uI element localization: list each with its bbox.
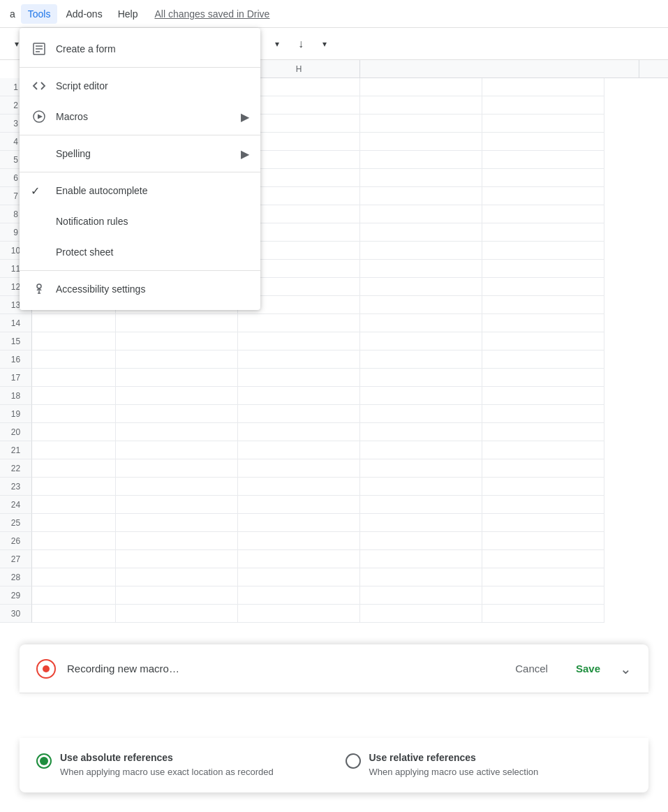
cell[interactable] [116, 550, 238, 568]
cell[interactable] [482, 605, 604, 623]
cell[interactable] [482, 514, 604, 532]
cell[interactable] [238, 496, 360, 514]
cell[interactable] [238, 459, 360, 478]
cell[interactable] [360, 387, 482, 405]
cell[interactable] [32, 568, 116, 586]
menu-item-autocomplete[interactable]: ✓Enable autocomplete [20, 175, 260, 206]
cell[interactable] [482, 296, 604, 314]
cell[interactable] [482, 478, 604, 496]
cell[interactable] [360, 78, 482, 96]
cell[interactable] [238, 478, 360, 496]
cell[interactable] [360, 496, 482, 514]
cell[interactable] [360, 514, 482, 532]
cell[interactable] [482, 205, 604, 223]
cell[interactable] [238, 532, 360, 550]
cell[interactable] [360, 369, 482, 387]
cell[interactable] [482, 115, 604, 133]
cell[interactable] [360, 115, 482, 133]
cell[interactable] [116, 532, 238, 550]
cell[interactable] [32, 369, 116, 387]
cell[interactable] [32, 459, 116, 478]
cell[interactable] [238, 314, 360, 332]
macro-option-relative[interactable]: Use relative referencesWhen applying mac… [346, 752, 632, 778]
cell[interactable] [360, 423, 482, 441]
cell[interactable] [360, 133, 482, 151]
cell[interactable] [482, 387, 604, 405]
cell[interactable] [116, 387, 238, 405]
cell[interactable] [116, 605, 238, 623]
valign-dropdown[interactable]: ▾ [313, 33, 336, 55]
addons-menu[interactable]: Add-ons [59, 4, 109, 24]
cell[interactable] [360, 350, 482, 369]
cell[interactable] [360, 586, 482, 605]
cell[interactable] [116, 405, 238, 423]
cell[interactable] [482, 405, 604, 423]
cell[interactable] [482, 223, 604, 242]
cell[interactable] [32, 387, 116, 405]
cell[interactable] [238, 514, 360, 532]
cell[interactable] [482, 532, 604, 550]
cell[interactable] [238, 441, 360, 459]
menu-item-spelling[interactable]: Spelling▶ [20, 138, 260, 169]
menu-item-create-form[interactable]: Create a form [20, 34, 260, 64]
cell[interactable] [116, 332, 238, 350]
cell[interactable] [482, 78, 604, 96]
radio-absolute[interactable] [36, 753, 52, 769]
radio-relative[interactable] [346, 753, 361, 769]
cell[interactable] [360, 532, 482, 550]
cell[interactable] [116, 478, 238, 496]
cell[interactable] [32, 405, 116, 423]
cell[interactable] [482, 350, 604, 369]
cell[interactable] [482, 96, 604, 115]
cell[interactable] [238, 586, 360, 605]
cell[interactable] [116, 459, 238, 478]
cell[interactable] [482, 441, 604, 459]
cell[interactable] [32, 478, 116, 496]
macro-option-absolute[interactable]: Use absolute referencesWhen applying mac… [36, 752, 323, 778]
help-menu[interactable]: Help [111, 4, 145, 24]
menu-item-notification-rules[interactable]: Notification rules [20, 206, 260, 237]
cell[interactable] [32, 332, 116, 350]
cell[interactable] [360, 151, 482, 169]
cell[interactable] [482, 332, 604, 350]
cell[interactable] [482, 423, 604, 441]
cell[interactable] [360, 296, 482, 314]
cell[interactable] [482, 459, 604, 478]
cell[interactable] [238, 405, 360, 423]
cell[interactable] [360, 314, 482, 332]
menu-item-protect-sheet[interactable]: Protect sheet [20, 237, 260, 267]
cell[interactable] [482, 568, 604, 586]
cell[interactable] [482, 260, 604, 278]
cell[interactable] [238, 550, 360, 568]
valign-button[interactable]: ↓ [290, 33, 312, 55]
cell[interactable] [360, 478, 482, 496]
cell[interactable] [32, 550, 116, 568]
cell[interactable] [238, 423, 360, 441]
cell[interactable] [482, 369, 604, 387]
cell[interactable] [360, 169, 482, 187]
cell[interactable] [116, 441, 238, 459]
cell[interactable] [116, 314, 238, 332]
cell[interactable] [32, 532, 116, 550]
cell[interactable] [482, 133, 604, 151]
cell[interactable] [360, 332, 482, 350]
cell[interactable] [482, 550, 604, 568]
macro-chevron-icon[interactable]: ⌄ [620, 660, 632, 677]
cell[interactable] [360, 550, 482, 568]
cell[interactable] [116, 369, 238, 387]
cell[interactable] [116, 496, 238, 514]
cell[interactable] [360, 459, 482, 478]
cell[interactable] [32, 514, 116, 532]
cell[interactable] [238, 350, 360, 369]
cell[interactable] [32, 586, 116, 605]
cell[interactable] [482, 314, 604, 332]
cell[interactable] [116, 350, 238, 369]
cancel-button[interactable]: Cancel [507, 657, 556, 680]
menu-item-macros[interactable]: Macros▶ [20, 101, 260, 132]
cell[interactable] [32, 423, 116, 441]
cell[interactable] [32, 350, 116, 369]
cell[interactable] [32, 605, 116, 623]
tools-menu[interactable]: Tools [21, 4, 58, 24]
cell[interactable] [238, 568, 360, 586]
cell[interactable] [360, 260, 482, 278]
